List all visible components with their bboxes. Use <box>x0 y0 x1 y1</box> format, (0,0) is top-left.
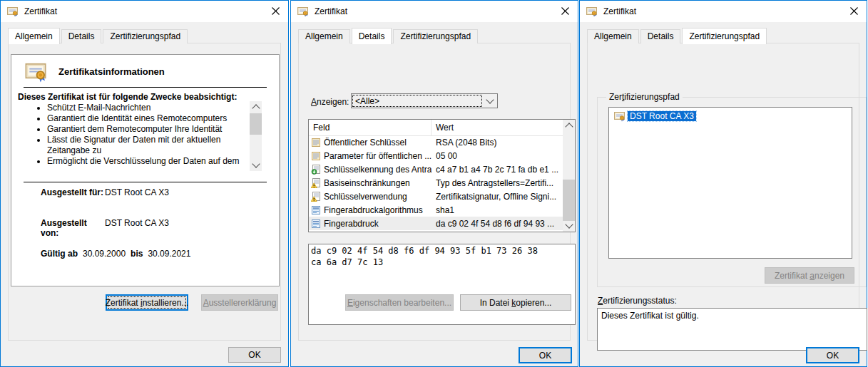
extension-field-icon <box>311 165 321 175</box>
scrollbar-thumb[interactable] <box>563 180 575 221</box>
show-label: Anzeigen: <box>311 97 349 107</box>
column-header-wert[interactable]: Wert <box>432 120 575 135</box>
install-certificate-button[interactable]: Zertifikat installieren... <box>106 294 188 311</box>
tab-zertifizierungspfad[interactable]: Zertifizierungspfad <box>682 28 767 44</box>
chevron-down-icon <box>565 220 573 228</box>
tab-strip: Allgemein Details Zertifizierungspfad <box>8 27 281 43</box>
tab-details[interactable]: Details <box>640 29 681 43</box>
valid-to-value: 30.09.2021 <box>148 249 190 259</box>
screenshot-stage: Zertifikat Allgemein Details Zertifizier… <box>0 0 868 367</box>
tab-zertifizierungspfad[interactable]: Zertifizierungspfad <box>103 29 188 43</box>
purpose-item: Garantiert dem Remotecomputer Ihre Ident… <box>47 124 252 135</box>
view-certificate-button[interactable]: Zertifikat anzeigen <box>765 267 854 284</box>
copy-to-file-button[interactable]: In Datei kopieren... <box>460 294 571 311</box>
issued-to-value: DST Root CA X3 <box>105 187 169 197</box>
certification-path-tree[interactable]: DST Root CA X3 <box>608 107 852 259</box>
tab-allgemein[interactable]: Allgemein <box>587 29 639 43</box>
tab-page-details: Anzeigen: <Alle> Feld Wert Öffentlicher … <box>298 43 571 341</box>
purpose-intro: Dieses Zertifikat ist für folgende Zweck… <box>18 92 237 102</box>
close-button[interactable] <box>553 1 577 21</box>
valid-from-label: Gültig ab <box>41 249 78 259</box>
table-row[interactable]: Basiseinschränkungen Typ des Antragstell… <box>309 176 563 190</box>
scroll-down-button[interactable] <box>563 219 575 232</box>
table-row[interactable]: Öffentlicher Schlüssel RSA (2048 Bits) <box>309 135 563 149</box>
valid-to-label: bis <box>131 249 143 259</box>
divider <box>24 87 267 88</box>
window-title: Zertifikat <box>315 6 347 16</box>
issuer-statement-button[interactable]: Ausstellererklärung <box>201 294 278 311</box>
certificate-dialog-general: Zertifikat Allgemein Details Zertifizier… <box>0 0 289 367</box>
table-row[interactable]: Parameter für öffentlichen ... 05 00 <box>309 149 563 162</box>
close-icon <box>561 7 569 15</box>
certificate-large-icon <box>24 61 49 83</box>
ok-button[interactable]: OK <box>806 347 859 363</box>
valid-from-value: 30.09.2000 <box>83 249 126 259</box>
critical-extension-field-icon <box>311 192 321 202</box>
window-title: Zertifikat <box>24 6 57 16</box>
table-row[interactable]: Fingerabdruckalgorithmus sha1 <box>309 203 563 217</box>
scroll-down-button[interactable] <box>250 159 262 171</box>
certificate-icon <box>297 6 309 17</box>
title-bar: Zertifikat <box>580 1 867 22</box>
tab-allgemein[interactable]: Allgemein <box>8 28 60 44</box>
issued-by-value: DST Root CA X3 <box>105 218 169 238</box>
group-label: Zertifizierungspfad <box>606 92 683 102</box>
purpose-item: Ermöglicht die Verschlüsselung der Daten… <box>47 156 252 167</box>
show-filter-combobox[interactable]: <Alle> <box>351 93 498 108</box>
certification-status-text: Dieses Zertifikat ist gültig. <box>601 311 699 321</box>
property-field-icon <box>311 205 321 215</box>
fields-listview: Feld Wert Öffentlicher Schlüssel RSA (20… <box>308 119 576 232</box>
tab-zertifizierungspfad[interactable]: Zertifizierungspfad <box>393 29 478 43</box>
combobox-dropdown-button[interactable] <box>483 94 497 108</box>
tab-details[interactable]: Details <box>352 28 392 44</box>
issued-to-label: Ausgestellt für: <box>41 187 105 197</box>
purpose-item: Lässt die Signatur der Daten mit der akt… <box>47 135 252 156</box>
scroll-up-button[interactable] <box>250 101 262 113</box>
tree-item-root-ca[interactable]: DST Root CA X3 <box>614 110 852 122</box>
listview-header: Feld Wert <box>309 120 575 136</box>
certification-path-group: Zertifizierungspfad DST Root CA X3 Zerti… <box>597 97 867 287</box>
scroll-up-button[interactable] <box>563 120 575 132</box>
purpose-scrollbar[interactable] <box>250 101 262 171</box>
tab-strip: Allgemein Details Zertifizierungspfad <box>587 27 859 43</box>
edit-properties-button[interactable]: Eigenschaften bearbeiten... <box>345 294 454 311</box>
scrollbar-thumb[interactable] <box>250 113 262 135</box>
ok-button[interactable]: OK <box>519 347 572 363</box>
tab-page-path: Zertifizierungspfad DST Root CA X3 Zerti… <box>587 43 859 341</box>
table-row[interactable]: Schlüsselkennung des Antra... c4 a7 b1 a… <box>309 162 563 176</box>
purpose-item: Schützt E-Mail-Nachrichten <box>47 103 252 113</box>
certificate-field-icon <box>311 151 321 161</box>
field-value-preview[interactable]: da c9 02 4f 54 d8 f6 df 94 93 5f b1 73 2… <box>308 244 576 325</box>
certificate-icon <box>586 6 598 17</box>
column-header-feld[interactable]: Feld <box>309 120 432 135</box>
chevron-down-icon <box>486 95 494 103</box>
certificate-icon <box>7 6 19 17</box>
table-row-selected[interactable]: Fingerabdruck da c9 02 4f 54 d8 f6 df 94… <box>309 217 563 230</box>
certification-status-box: Dieses Zertifikat ist gültig. <box>597 308 867 351</box>
ok-button[interactable]: OK <box>228 347 281 363</box>
tab-details[interactable]: Details <box>61 29 102 43</box>
tab-page-general: Zertifikatsinformationen Dieses Zertifik… <box>8 43 281 341</box>
listview-scrollbar[interactable] <box>563 120 575 232</box>
close-icon <box>272 7 280 15</box>
chevron-up-icon <box>565 123 573 130</box>
chevron-up-icon <box>252 104 260 112</box>
title-bar: Zertifikat <box>1 1 288 22</box>
issued-by-label: Ausgestellt von: <box>41 218 105 238</box>
table-row[interactable]: Schlüsselverwendung Zertifikatsignatur, … <box>309 190 563 203</box>
preview-line: ca 6a d7 7c 13 <box>311 257 573 268</box>
panel-heading: Zertifikatsinformationen <box>58 66 165 77</box>
tree-item-label: DST Root CA X3 <box>628 111 696 121</box>
critical-extension-field-icon <box>311 178 321 188</box>
close-icon <box>850 7 858 15</box>
tab-allgemein[interactable]: Allgemein <box>298 29 350 43</box>
certificate-field-icon <box>311 138 321 148</box>
close-button[interactable] <box>263 1 287 21</box>
certification-status-label: Zertifizierungsstatus: <box>598 296 677 306</box>
purpose-item: Garantiert die Identität eines Remotecom… <box>47 113 252 124</box>
certificate-dialog-path: Zertifikat Allgemein Details Zertifizier… <box>579 0 867 367</box>
close-button[interactable] <box>842 1 866 21</box>
window-title: Zertifikat <box>603 6 636 16</box>
property-field-icon <box>311 219 321 229</box>
combobox-value: <Alle> <box>353 95 481 106</box>
